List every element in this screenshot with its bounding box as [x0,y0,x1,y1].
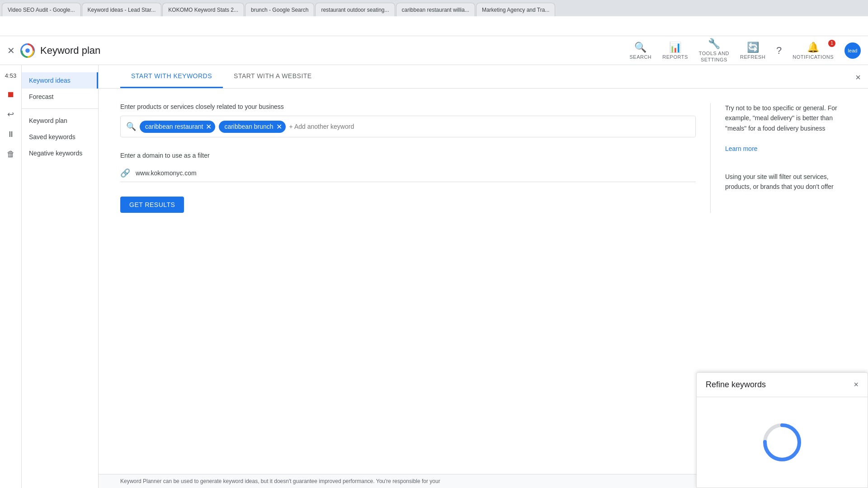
browser-tab-5[interactable]: restaurant outdoor seating... [315,3,395,16]
domain-label: Enter a domain to use as a filter [120,152,696,159]
tools-nav[interactable]: 🔧 TOOLS AND SETTINGS [699,38,729,62]
sidebar-label-forecast: Forecast [29,93,53,100]
browser-tab-3[interactable]: KOKOMO Keyword Stats 2... [162,3,244,16]
sidebar-divider [22,108,98,109]
refine-close-button[interactable]: × [854,380,859,389]
main-layout: 4:53 ⏹ ↩ ⏸ 🗑 Keyword ideas Forecast [0,65,868,488]
app-header: ✕ Keyword plan 🔍 SEARCH 📊 REPORTS 🔧 TOOL… [0,36,868,65]
time-display: 4:53 [0,69,22,83]
browser-tab-6[interactable]: caribbean restaurant willia... [396,3,475,16]
keyword-chip-1: caribbean restaurant ✕ [140,121,215,133]
sidebar-item-negative-keywords[interactable]: Negative keywords [22,145,98,161]
sidebar: Keyword ideas Forecast Keyword plan Save… [22,65,99,488]
form-right: Try not to be too specific or general. F… [711,103,846,213]
sidebar-label-keyword-plan: Keyword plan [29,117,67,124]
content-area: × START WITH KEYWORDS START WITH A WEBSI… [99,65,868,488]
tab-start-with-keywords[interactable]: START WITH KEYWORDS [120,65,223,88]
sidebar-label-keyword-ideas: Keyword ideas [29,77,71,84]
reports-nav[interactable]: 📊 REPORTS [662,42,688,60]
browser-tab-7[interactable]: Marketing Agency and Tra... [476,3,555,16]
back-icon: ↩ [7,109,14,119]
delete-icon-item[interactable]: 🗑 [3,146,19,162]
domain-tip-section: Using your site will filter out services… [725,172,846,192]
sidebar-icon-bar: 4:53 ⏹ ↩ ⏸ 🗑 [0,65,22,488]
sidebar-label-saved-keywords: Saved keywords [29,133,75,141]
chip-close-2[interactable]: ✕ [276,122,282,131]
close-icon[interactable]: ✕ [7,45,15,56]
chip-close-1[interactable]: ✕ [206,122,212,131]
user-avatar[interactable]: lead [844,42,861,59]
notifications-label: NOTIFICATIONS [793,54,834,60]
refresh-nav[interactable]: 🔄 REFRESH [740,42,765,60]
refine-title: Refine keywords [706,380,766,389]
help-nav[interactable]: ? [776,45,782,56]
bell-icon: 🔔 [807,42,819,53]
search-label: SEARCH [629,54,651,60]
record-icon-item[interactable]: ⏹ [3,86,19,103]
pause-icon-item[interactable]: ⏸ [3,126,19,142]
svg-point-1 [25,48,30,53]
keyword-tip-text: Try not to be too specific or general. F… [725,103,846,133]
search-icon: 🔍 [634,42,646,53]
sidebar-label-negative-keywords: Negative keywords [29,150,82,157]
panel-close-button[interactable]: × [855,72,861,83]
domain-tip-text: Using your site will filter out services… [725,172,846,192]
search-nav[interactable]: 🔍 SEARCH [629,42,651,60]
refresh-icon: 🔄 [747,42,759,53]
tab-start-with-website[interactable]: START WITH A WEBSITE [223,65,323,88]
learn-more-link[interactable]: Learn more [725,145,758,152]
keyword-chip-2: caribbean brunch ✕ [219,121,285,133]
keyword-panel: × START WITH KEYWORDS START WITH A WEBSI… [99,65,868,488]
refine-body [697,397,868,488]
sidebar-item-keyword-ideas[interactable]: Keyword ideas [22,72,98,89]
browser-tab-1[interactable]: Video SEO Audit - Google... [2,3,81,16]
reports-label: REPORTS [662,54,688,60]
form-content: Enter products or services closely relat… [99,89,868,227]
back-icon-item[interactable]: ↩ [3,106,19,122]
search-icon-small: 🔍 [126,122,136,131]
keywords-label: Enter products or services closely relat… [120,103,696,110]
notification-badge: 1 [828,40,835,47]
browser-tab-2[interactable]: Keyword ideas - Lead Star... [82,3,162,16]
add-keyword-input[interactable] [289,123,690,130]
user-initial: lead [848,48,858,53]
help-icon: ? [776,45,782,56]
left-panel: 4:53 ⏹ ↩ ⏸ 🗑 Keyword ideas Forecast [0,65,99,488]
keywords-section: Enter products or services closely relat… [120,103,696,137]
refine-header: Refine keywords × [697,373,868,397]
keyword-input-area[interactable]: 🔍 caribbean restaurant ✕ caribbean brunc… [120,116,696,137]
reports-icon: 📊 [669,42,681,53]
trash-icon: 🗑 [7,150,15,159]
link-icon: 🔗 [120,168,130,178]
keyword-tip-section: Try not to be too specific or general. F… [725,103,846,154]
refresh-label: REFRESH [740,54,765,60]
chrome-bar [0,16,868,36]
panel-tabs: START WITH KEYWORDS START WITH A WEBSITE [99,65,868,89]
record-icon: ⏹ [7,90,15,99]
header-nav: 🔍 SEARCH 📊 REPORTS 🔧 TOOLS AND SETTINGS … [629,38,861,62]
app-title: Keyword plan [40,45,629,56]
sidebar-item-forecast[interactable]: Forecast [22,89,98,105]
chip-text-1: caribbean restaurant [145,123,203,130]
refine-panel: Refine keywords × [696,372,868,488]
notifications-nav[interactable]: 🔔 1 NOTIFICATIONS [793,42,834,60]
browser-tabs: Video SEO Audit - Google... Keyword idea… [0,0,868,16]
get-results-button[interactable]: GET RESULTS [120,197,184,213]
app-logo [20,43,35,58]
form-left: Enter products or services closely relat… [120,103,711,213]
domain-section: Enter a domain to use as a filter 🔗 [120,152,696,182]
loading-spinner [762,422,802,463]
browser-tab-4[interactable]: brunch - Google Search [245,3,314,16]
chip-text-2: caribbean brunch [224,123,273,130]
domain-input-area: 🔗 [120,164,696,182]
footer-note: Keyword Planner can be used to generate … [99,474,696,488]
domain-input[interactable] [136,169,696,177]
tools-icon: 🔧 [708,38,720,50]
pause-icon: ⏸ [7,130,15,139]
sidebar-item-saved-keywords[interactable]: Saved keywords [22,129,98,145]
sidebar-item-keyword-plan[interactable]: Keyword plan [22,113,98,129]
tools-label: TOOLS AND SETTINGS [699,51,729,62]
